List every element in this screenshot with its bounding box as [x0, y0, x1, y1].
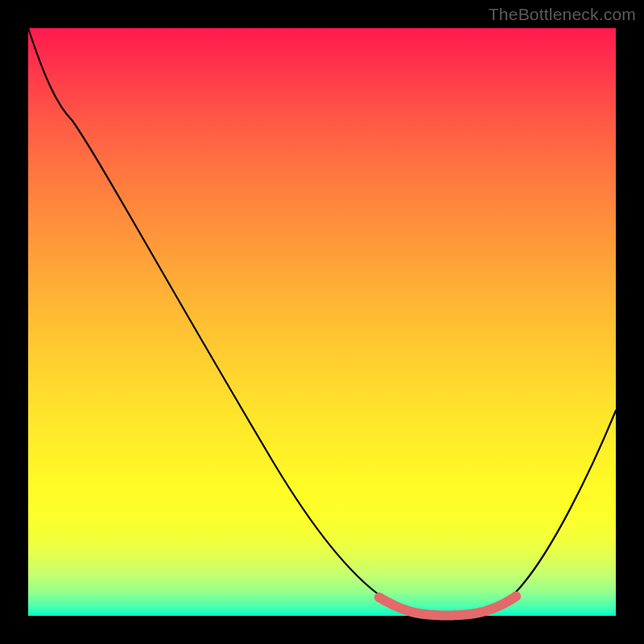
highlighted-optimal-band — [379, 597, 516, 616]
plot-area — [28, 28, 616, 616]
bottleneck-curve — [28, 28, 616, 616]
watermark-text: TheBottleneck.com — [489, 5, 636, 24]
chart-frame: TheBottleneck.com — [0, 0, 644, 644]
curve-layer — [28, 28, 616, 616]
highlight-end-dot — [512, 592, 521, 601]
